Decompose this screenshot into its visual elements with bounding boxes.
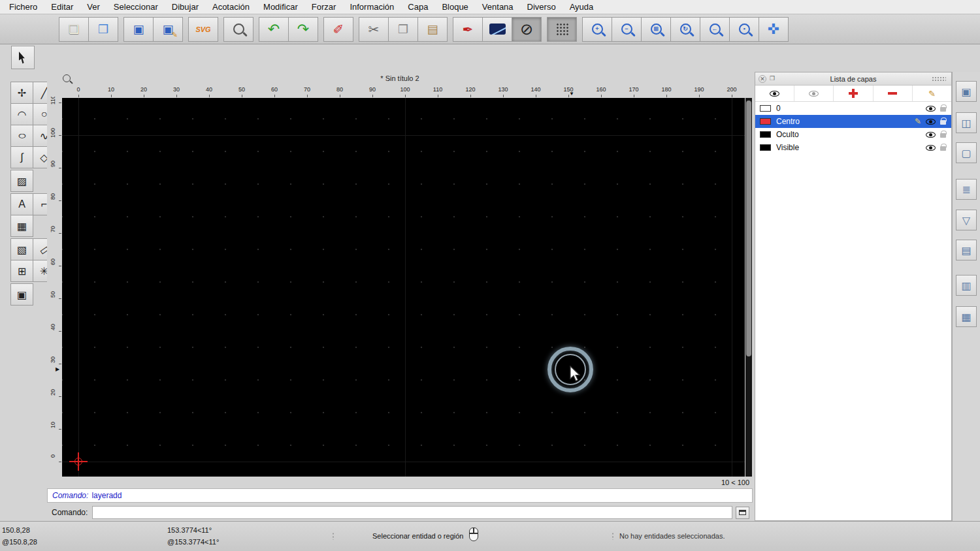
svg-export-button[interactable]: SVG (188, 17, 218, 42)
menu-ventana[interactable]: Ventana (482, 2, 514, 12)
hruler-label: 110 (433, 86, 442, 93)
layer-color-swatch[interactable] (760, 131, 771, 138)
isometric-tool-icon: ▣ (17, 289, 27, 301)
layer-lock-icon[interactable] (940, 120, 946, 125)
no-fill-button[interactable]: ⊘ (512, 17, 542, 42)
zoom-previous-icon: ← (710, 24, 721, 35)
print-preview-button[interactable] (223, 17, 253, 42)
dock-filter-button[interactable]: ▽ (956, 210, 977, 230)
layer-color-swatch[interactable] (760, 105, 771, 112)
layer-visibility-icon[interactable] (926, 106, 936, 112)
zoom-window-button[interactable]: ▪ (729, 17, 759, 42)
undo-button[interactable]: ↶ (259, 17, 289, 42)
menu-ver[interactable]: Ver (87, 2, 100, 12)
new-file-button[interactable]: ❏ (59, 17, 89, 42)
points-tool-button[interactable]: ✢ (10, 82, 33, 104)
copy-button[interactable]: ❐ (388, 17, 418, 42)
zoom-redraw-button[interactable]: ↻ (670, 17, 700, 42)
menu-ayuda[interactable]: Ayuda (570, 2, 594, 12)
grid-toggle-button[interactable] (547, 17, 577, 42)
eye-closed-icon (809, 91, 819, 97)
menu-diverso[interactable]: Diverso (527, 2, 556, 12)
cut-button[interactable]: ✂ (359, 17, 389, 42)
menu-forzar[interactable]: Forzar (312, 2, 336, 12)
ellipse-tool-button[interactable]: ○ (10, 125, 33, 147)
modify-tool-button[interactable]: ⊞ (10, 260, 33, 282)
add-layer-button[interactable] (834, 86, 873, 101)
layer-lock-icon[interactable] (940, 146, 946, 151)
layer-visibility-icon[interactable] (926, 132, 936, 138)
command-input[interactable] (92, 506, 732, 519)
remove-layer-button[interactable] (874, 86, 913, 101)
hruler-label: 0 (76, 86, 80, 93)
paste-button[interactable]: ▤ (417, 17, 448, 42)
dock-library-browser-button[interactable]: ◫ (956, 112, 977, 133)
pan-button[interactable]: ✜ (759, 17, 789, 42)
panel-drag-grip[interactable] (932, 76, 946, 82)
layer-color-swatch[interactable] (760, 118, 771, 125)
view-zoom-icon[interactable] (63, 74, 71, 82)
scrollbar-thumb[interactable] (746, 101, 751, 356)
redo-button[interactable]: ↷ (288, 17, 318, 42)
menu-fichero[interactable]: Fichero (9, 2, 37, 12)
layer-edit-icon[interactable]: ✎ (915, 118, 921, 125)
open-file-button[interactable]: ❒ (88, 17, 118, 42)
image-tool-button[interactable]: ▦ (10, 215, 33, 237)
hide-all-layers-button[interactable] (794, 86, 834, 101)
menu-seleccionar[interactable]: Seleccionar (114, 2, 158, 12)
command-dock-button[interactable] (736, 507, 749, 519)
dock-layer-list-button[interactable]: ≣ (956, 179, 977, 200)
show-all-layers-button[interactable] (755, 86, 794, 101)
layer-lock-icon[interactable] (940, 107, 946, 112)
menu-acotacion[interactable]: Acotación (212, 2, 250, 12)
dock-block-list-icon: ▣ (961, 86, 971, 98)
menu-dibujar[interactable]: Dibujar (172, 2, 199, 12)
edit-layer-button[interactable]: ✎ (913, 86, 951, 101)
layer-color-swatch[interactable] (760, 144, 771, 151)
grid-toggle-icon (556, 23, 568, 35)
text-tool-button[interactable]: A (10, 193, 33, 215)
delete-button[interactable]: ✐ (323, 17, 353, 42)
close-panel-icon[interactable]: ✕ (759, 75, 766, 83)
menu-modificar[interactable]: Modificar (263, 2, 298, 12)
zoom-out-button[interactable]: − (612, 17, 642, 42)
menu-capa[interactable]: Capa (408, 2, 428, 12)
cad-canvas[interactable] (62, 98, 745, 477)
line-attributes-button[interactable] (482, 17, 512, 42)
vruler-tick (59, 462, 61, 462)
isometric-tool-button[interactable]: ▣ (10, 283, 33, 306)
dock-clipboard-button[interactable]: ▦ (956, 306, 977, 327)
vruler-tick (59, 102, 61, 103)
hatch-tool-button[interactable]: ▨ (10, 170, 33, 192)
zoom-auto-button[interactable]: ⊞ (641, 17, 671, 42)
layer-row-0[interactable]: 0 (755, 102, 951, 115)
vruler-label: 0 (50, 454, 56, 458)
dock-page-button[interactable]: ▢ (956, 142, 977, 163)
dock-block-list-button[interactable]: ▣ (956, 81, 977, 102)
select-tool-button[interactable] (11, 46, 35, 69)
pattern-tool-icon: ▧ (17, 244, 27, 256)
save-as-button[interactable]: ▣✎ (153, 17, 183, 42)
layer-row-oculto[interactable]: Oculto (755, 128, 951, 141)
freehand-tool-button[interactable]: ∫ (10, 146, 33, 168)
menu-informacion[interactable]: Información (350, 2, 394, 12)
layer-visibility-icon[interactable] (926, 119, 936, 125)
save-button[interactable]: ▣ (123, 17, 154, 42)
pattern-tool-button[interactable]: ▧ (10, 238, 33, 260)
hruler-label: 200 (727, 86, 736, 93)
zoom-previous-button[interactable]: ← (700, 17, 730, 42)
layer-lock-icon[interactable] (940, 133, 946, 138)
dock-filter-icon: ▽ (962, 214, 970, 227)
vertical-scrollbar[interactable] (745, 98, 752, 477)
pen-attributes-button[interactable]: ✒ (453, 17, 483, 42)
layer-row-visible[interactable]: Visible (755, 141, 951, 154)
arc-tool-button[interactable]: ◠ (10, 103, 33, 125)
float-panel-icon[interactable]: ❐ (770, 75, 775, 82)
zoom-in-button[interactable]: + (582, 17, 612, 42)
layer-row-centro[interactable]: Centro✎ (755, 115, 951, 128)
menu-bloque[interactable]: Bloque (442, 2, 468, 12)
layer-visibility-icon[interactable] (926, 145, 936, 151)
menu-editar[interactable]: Editar (51, 2, 73, 12)
dock-properties-button[interactable]: ▤ (956, 240, 977, 260)
dock-command-dock-button[interactable]: ▥ (956, 275, 977, 296)
